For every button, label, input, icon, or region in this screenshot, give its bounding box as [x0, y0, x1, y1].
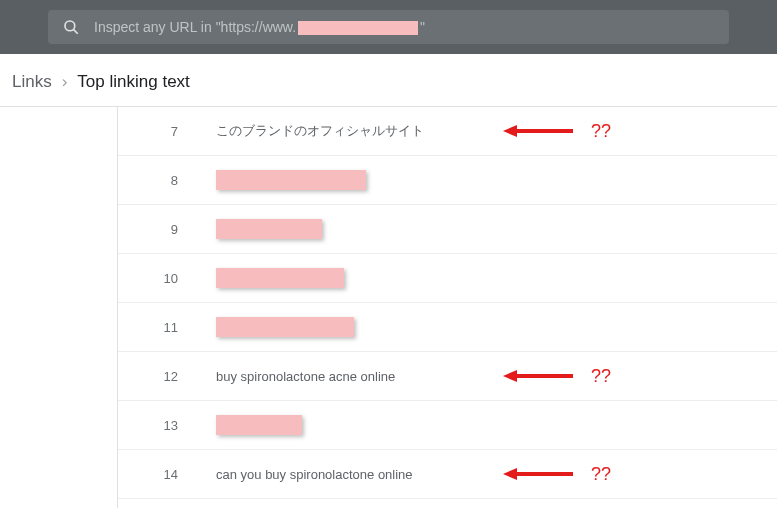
- table-row[interactable]: 11: [118, 303, 777, 352]
- table-row[interactable]: 12buy spironolactone acne online??: [118, 352, 777, 401]
- search-icon: [62, 18, 80, 36]
- linking-text: can you buy spironolactone online: [216, 467, 413, 482]
- search-placeholder: Inspect any URL in "https://www.": [94, 19, 425, 35]
- linking-text: このブランドのオフィシャルサイト: [216, 122, 424, 140]
- annotation: ??: [503, 121, 611, 142]
- svg-marker-7: [503, 468, 517, 480]
- svg-line-1: [74, 30, 78, 34]
- arrow-left-icon: [503, 367, 573, 385]
- redacted-text: [216, 219, 322, 239]
- breadcrumb-current: Top linking text: [77, 72, 189, 92]
- annotation: ??: [503, 464, 611, 485]
- svg-point-0: [65, 21, 75, 31]
- question-marks: ??: [591, 366, 611, 387]
- table-row[interactable]: 14can you buy spironolactone online??: [118, 450, 777, 499]
- url-inspect-input[interactable]: Inspect any URL in "https://www.": [48, 10, 729, 44]
- redacted-domain: [298, 21, 418, 35]
- content: 7このブランドのオフィシャルサイト??89101112buy spironola…: [0, 107, 777, 508]
- row-number: 13: [118, 418, 216, 433]
- redacted-text: [216, 415, 302, 435]
- chevron-right-icon: ›: [62, 72, 68, 92]
- svg-marker-3: [503, 125, 517, 137]
- redacted-text: [216, 170, 366, 190]
- row-number: 12: [118, 369, 216, 384]
- linking-text: buy spironolactone acne online: [216, 369, 395, 384]
- left-sidebar: [0, 107, 118, 508]
- question-marks: ??: [591, 464, 611, 485]
- table-row[interactable]: 13: [118, 401, 777, 450]
- redacted-text: [216, 268, 344, 288]
- redacted-text: [216, 317, 354, 337]
- annotation: ??: [503, 366, 611, 387]
- table-row[interactable]: 8: [118, 156, 777, 205]
- row-number: 9: [118, 222, 216, 237]
- row-number: 14: [118, 467, 216, 482]
- row-number: 11: [118, 320, 216, 335]
- question-marks: ??: [591, 121, 611, 142]
- breadcrumb-parent[interactable]: Links: [12, 72, 52, 92]
- table-row[interactable]: 7このブランドのオフィシャルサイト??: [118, 107, 777, 156]
- breadcrumb: Links › Top linking text: [0, 54, 777, 107]
- row-number: 10: [118, 271, 216, 286]
- row-number: 8: [118, 173, 216, 188]
- svg-marker-5: [503, 370, 517, 382]
- linking-text-table: 7このブランドのオフィシャルサイト??89101112buy spironola…: [118, 107, 777, 508]
- search-bar: Inspect any URL in "https://www.": [0, 0, 777, 54]
- table-row[interactable]: 9: [118, 205, 777, 254]
- row-number: 7: [118, 124, 216, 139]
- arrow-left-icon: [503, 465, 573, 483]
- table-row[interactable]: 10: [118, 254, 777, 303]
- arrow-left-icon: [503, 122, 573, 140]
